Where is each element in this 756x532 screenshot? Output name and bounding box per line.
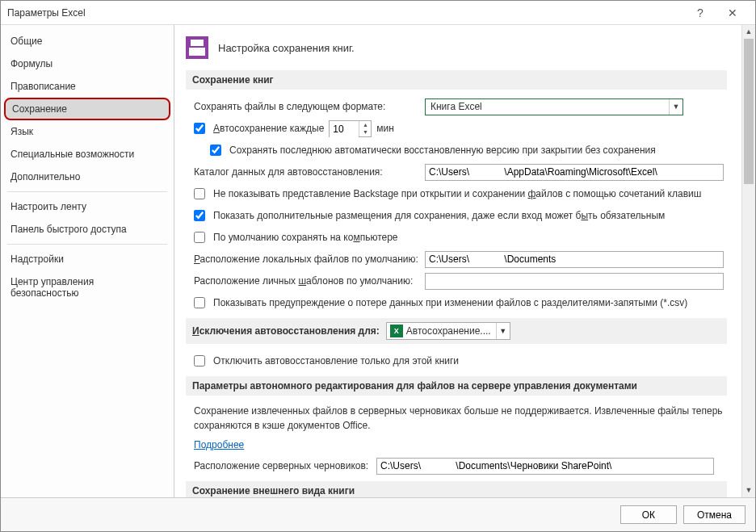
templates-label: Расположение личных шаблонов по умолчани… — [194, 275, 420, 287]
sidebar-item-save[interactable]: Сохранение — [4, 98, 170, 120]
save-disk-icon — [186, 36, 208, 59]
close-button[interactable]: ✕ — [716, 6, 749, 19]
keep-last-autorecover-checkbox[interactable] — [210, 145, 221, 156]
cancel-button[interactable]: Отмена — [683, 505, 746, 524]
sidebar-item-quick-access[interactable]: Панель быстрого доступа — [1, 218, 174, 241]
excel-options-dialog: Параметры Excel ? ✕ Общие Формулы Правоп… — [0, 0, 756, 532]
autorecover-dir-label: Каталог данных для автовосстановления: — [194, 166, 420, 178]
sidebar-item-trust-center[interactable]: Центр управления безопасностью — [1, 270, 174, 304]
scroll-down-icon[interactable]: ▼ — [742, 484, 755, 497]
titlebar: Параметры Excel ? ✕ — [1, 1, 755, 25]
save-format-label: Сохранять файлы в следующем формате: — [194, 101, 420, 112]
content-pane: Настройка сохранения книг. Сохранение кн… — [174, 25, 741, 497]
ok-button[interactable]: ОК — [620, 505, 677, 524]
disable-autorecover-checkbox[interactable] — [194, 355, 205, 367]
spin-down-icon[interactable]: ▼ — [359, 128, 371, 136]
no-backstage-checkbox[interactable] — [194, 188, 205, 199]
sidebar-item-general[interactable]: Общие — [1, 30, 174, 52]
autosave-checkbox[interactable] — [194, 123, 205, 134]
autorecover-dir-input[interactable] — [425, 164, 724, 181]
chevron-down-icon[interactable]: ▼ — [669, 99, 682, 115]
csv-warning-label: Показывать предупреждение о потере данны… — [213, 297, 687, 308]
section-save-books: Сохранение книг — [186, 70, 727, 90]
sidebar-item-addins[interactable]: Надстройки — [1, 248, 174, 270]
sidebar: Общие Формулы Правописание Сохранение Яз… — [1, 25, 174, 497]
server-drafts-input[interactable] — [376, 458, 714, 475]
sidebar-item-advanced[interactable]: Дополнительно — [1, 165, 174, 188]
server-drafts-label: Расположение серверных черновиков: — [194, 460, 372, 471]
autosave-interval-input[interactable]: ▲▼ — [329, 120, 372, 137]
learn-more-link[interactable]: Подробнее — [194, 439, 244, 450]
excel-icon: X — [390, 325, 403, 337]
scroll-thumb[interactable] — [744, 39, 754, 184]
sidebar-item-customize-ribbon[interactable]: Настроить ленту — [1, 195, 174, 218]
help-button[interactable]: ? — [684, 6, 716, 19]
sidebar-item-language[interactable]: Язык — [1, 120, 174, 143]
csv-warning-checkbox[interactable] — [194, 297, 205, 308]
templates-input[interactable] — [425, 273, 724, 290]
save-format-combo[interactable]: Книга Excel ▼ — [425, 98, 683, 115]
sidebar-item-formulas[interactable]: Формулы — [1, 52, 174, 75]
show-extra-locations-checkbox[interactable] — [194, 210, 205, 221]
show-extra-locations-label: Показать дополнительные размещения для с… — [213, 210, 665, 221]
save-to-computer-label: По умолчанию сохранять на компьютере — [213, 232, 398, 243]
save-to-computer-checkbox[interactable] — [194, 232, 205, 243]
scroll-up-icon[interactable]: ▲ — [742, 25, 755, 39]
autosave-label: Автосохранение каждые — [213, 123, 324, 134]
dialog-footer: ОК Отмена — [1, 497, 755, 531]
window-title: Параметры Excel — [7, 7, 684, 19]
keep-last-autorecover-label: Сохранять последнюю автоматически восста… — [229, 145, 656, 156]
local-files-input[interactable] — [425, 251, 724, 268]
chevron-down-icon[interactable]: ▼ — [496, 323, 510, 339]
vertical-scrollbar[interactable]: ▲ ▼ — [741, 25, 755, 497]
workbook-exception-combo[interactable]: X Автосохранение.... ▼ — [386, 322, 510, 340]
disable-autorecover-label: Отключить автовосстановление только для … — [213, 355, 459, 367]
local-files-label: Расположение локальных файлов по умолчан… — [194, 253, 420, 265]
sidebar-item-accessibility[interactable]: Специальные возможности — [1, 143, 174, 165]
spin-up-icon[interactable]: ▲ — [359, 121, 371, 129]
no-backstage-label: Не показывать представление Backstage пр… — [213, 188, 701, 199]
section-book-appearance: Сохранение внешнего вида книги — [186, 481, 727, 497]
sidebar-item-proofing[interactable]: Правописание — [1, 75, 174, 98]
section-autorecover-exceptions: Исключения автовосстановления для: X Авт… — [186, 318, 727, 344]
page-title: Настройка сохранения книг. — [218, 42, 355, 54]
offline-info-text: Сохранение извлеченных файлов в серверны… — [194, 404, 727, 433]
section-offline-editing: Параметры автономного редактирования для… — [186, 376, 727, 396]
autosave-unit: мин — [376, 123, 394, 134]
